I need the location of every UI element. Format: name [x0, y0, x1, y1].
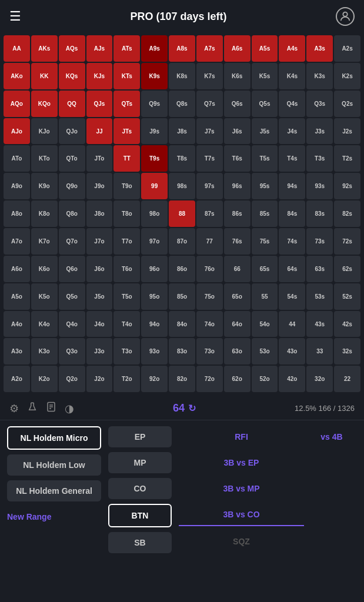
grid-cell-q8o[interactable]: Q8o: [59, 200, 85, 227]
grid-cell-q3s[interactable]: Q3s: [306, 91, 333, 117]
grid-cell-ats[interactable]: ATs: [113, 35, 140, 62]
btn-3b-vs-mp[interactable]: 3B vs MP: [179, 478, 304, 499]
grid-cell-q7s[interactable]: Q7s: [196, 91, 223, 117]
grid-cell-q5o[interactable]: Q5o: [59, 283, 85, 310]
grid-cell-k7o[interactable]: K7o: [31, 228, 58, 255]
grid-cell-86s[interactable]: 86s: [224, 200, 251, 227]
grid-cell-q5s[interactable]: Q5s: [252, 91, 278, 117]
grid-cell-j4o[interactable]: J4o: [86, 311, 113, 337]
grid-cell-t6s[interactable]: T6s: [224, 145, 251, 172]
grid-cell-j8o[interactable]: J8o: [86, 200, 113, 227]
grid-cell-63s[interactable]: 63s: [306, 256, 333, 282]
grid-cell-74s[interactable]: 74s: [279, 228, 305, 255]
grid-cell-85s[interactable]: 85s: [252, 200, 278, 227]
grid-cell-aks[interactable]: AKs: [31, 35, 58, 62]
flask-icon[interactable]: [27, 402, 38, 415]
grid-cell-t2s[interactable]: T2s: [334, 145, 360, 172]
grid-cell-j9o[interactable]: J9o: [86, 173, 113, 199]
grid-cell-95o[interactable]: 95o: [141, 283, 168, 310]
grid-cell-a9s[interactable]: A9s: [141, 35, 168, 62]
grid-cell-64o[interactable]: 64o: [224, 311, 251, 337]
grid-cell-kto[interactable]: KTo: [31, 145, 58, 172]
grid-cell-86o[interactable]: 86o: [169, 256, 195, 282]
grid-cell-96o[interactable]: 96o: [141, 256, 168, 282]
grid-cell-96s[interactable]: 96s: [224, 173, 251, 199]
grid-cell-k4o[interactable]: K4o: [31, 311, 58, 337]
btn-vs-4b[interactable]: vs 4B: [306, 426, 357, 447]
grid-cell-94o[interactable]: 94o: [141, 311, 168, 337]
grid-cell-84s[interactable]: 84s: [279, 200, 305, 227]
grid-cell-92s[interactable]: 92s: [334, 173, 360, 199]
grid-cell-a5o[interactable]: A5o: [4, 283, 30, 310]
grid-cell-a7s[interactable]: A7s: [196, 35, 223, 62]
grid-cell-33[interactable]: 33: [306, 338, 333, 364]
grid-cell-t4o[interactable]: T4o: [113, 311, 140, 337]
grid-cell-52o[interactable]: 52o: [252, 366, 278, 392]
grid-cell-88[interactable]: 88: [169, 200, 195, 227]
grid-cell-52s[interactable]: 52s: [334, 283, 360, 310]
grid-cell-75o[interactable]: 75o: [196, 283, 223, 310]
btn-ep[interactable]: EP: [108, 426, 172, 447]
grid-cell-53s[interactable]: 53s: [306, 283, 333, 310]
grid-cell-qq[interactable]: QQ: [59, 91, 85, 117]
grid-cell-ajs[interactable]: AJs: [86, 35, 113, 62]
btn-nl-holdem-general[interactable]: NL Holdem General: [7, 480, 101, 501]
grid-cell-a5s[interactable]: A5s: [252, 35, 278, 62]
grid-cell-j3o[interactable]: J3o: [86, 338, 113, 364]
grid-cell-43o[interactable]: 43o: [279, 338, 305, 364]
btn-3b-vs-co[interactable]: 3B vs CO: [179, 504, 304, 526]
grid-cell-kts[interactable]: KTs: [113, 63, 140, 89]
grid-cell-ato[interactable]: ATo: [4, 145, 30, 172]
grid-cell-a4s[interactable]: A4s: [279, 35, 305, 62]
grid-cell-99[interactable]: 99: [141, 173, 168, 199]
grid-cell-q4s[interactable]: Q4s: [279, 91, 305, 117]
btn-mp[interactable]: MP: [108, 452, 172, 473]
grid-cell-54o[interactable]: 54o: [252, 311, 278, 337]
grid-cell-72o[interactable]: 72o: [196, 366, 223, 392]
grid-cell-a8s[interactable]: A8s: [169, 35, 195, 62]
grid-cell-q3o[interactable]: Q3o: [59, 338, 85, 364]
grid-cell-62s[interactable]: 62s: [334, 256, 360, 282]
grid-cell-k3s[interactable]: K3s: [306, 63, 333, 89]
grid-cell-83o[interactable]: 83o: [169, 338, 195, 364]
grid-cell-k3o[interactable]: K3o: [31, 338, 58, 364]
grid-cell-j2s[interactable]: J2s: [334, 118, 360, 145]
user-icon[interactable]: [336, 7, 355, 26]
grid-cell-j9s[interactable]: J9s: [141, 118, 168, 145]
grid-cell-72s[interactable]: 72s: [334, 228, 360, 255]
grid-cell-j4s[interactable]: J4s: [279, 118, 305, 145]
grid-cell-q6s[interactable]: Q6s: [224, 91, 251, 117]
btn-3b-vs-ep[interactable]: 3B vs EP: [179, 452, 304, 473]
grid-cell-k8s[interactable]: K8s: [169, 63, 195, 89]
grid-cell-j6o[interactable]: J6o: [86, 256, 113, 282]
grid-cell-qto[interactable]: QTo: [59, 145, 85, 172]
grid-cell-t2o[interactable]: T2o: [113, 366, 140, 392]
grid-cell-j5s[interactable]: J5s: [252, 118, 278, 145]
grid-cell-22[interactable]: 22: [334, 366, 360, 392]
grid-cell-65s[interactable]: 65s: [252, 256, 278, 282]
grid-cell-t8o[interactable]: T8o: [113, 200, 140, 227]
grid-cell-55[interactable]: 55: [252, 283, 278, 310]
grid-cell-tt[interactable]: TT: [113, 145, 140, 172]
grid-cell-75s[interactable]: 75s: [252, 228, 278, 255]
grid-cell-q6o[interactable]: Q6o: [59, 256, 85, 282]
grid-cell-jto[interactable]: JTo: [86, 145, 113, 172]
grid-cell-k6o[interactable]: K6o: [31, 256, 58, 282]
grid-cell-32o[interactable]: 32o: [306, 366, 333, 392]
grid-cell-84o[interactable]: 84o: [169, 311, 195, 337]
grid-cell-k2o[interactable]: K2o: [31, 366, 58, 392]
grid-cell-qts[interactable]: QTs: [113, 91, 140, 117]
grid-cell-44[interactable]: 44: [279, 311, 305, 337]
grid-cell-64s[interactable]: 64s: [279, 256, 305, 282]
hamburger-icon[interactable]: ☰: [9, 9, 21, 24]
grid-cell-93o[interactable]: 93o: [141, 338, 168, 364]
grid-cell-q2o[interactable]: Q2o: [59, 366, 85, 392]
grid-cell-a3s[interactable]: A3s: [306, 35, 333, 62]
grid-cell-a4o[interactable]: A4o: [4, 311, 30, 337]
grid-cell-66[interactable]: 66: [224, 256, 251, 282]
grid-cell-a6o[interactable]: A6o: [4, 256, 30, 282]
grid-cell-32s[interactable]: 32s: [334, 338, 360, 364]
grid-cell-k4s[interactable]: K4s: [279, 63, 305, 89]
grid-cell-a6s[interactable]: A6s: [224, 35, 251, 62]
grid-cell-t9s[interactable]: T9s: [141, 145, 168, 172]
